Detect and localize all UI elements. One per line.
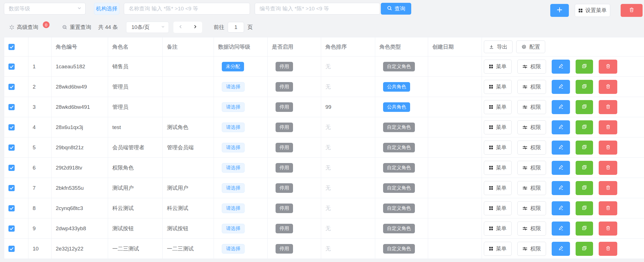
enabled-status-button[interactable]: 停用 xyxy=(276,82,293,92)
data-access-level-button[interactable]: 请选择 xyxy=(222,82,245,92)
role-type-button[interactable]: 公共角色 xyxy=(383,102,410,112)
data-access-level-button[interactable]: 请选择 xyxy=(222,163,245,173)
enabled-status-button[interactable]: 停用 xyxy=(276,224,293,233)
permission-button[interactable]: 权限 xyxy=(517,80,546,94)
data-access-level-button[interactable]: 请选择 xyxy=(222,183,245,193)
delete-row-button[interactable] xyxy=(599,181,617,195)
name-search-input[interactable] xyxy=(124,3,250,15)
edit-button[interactable] xyxy=(552,141,570,155)
copy-button[interactable] xyxy=(576,242,593,256)
data-access-level-button[interactable]: 请选择 xyxy=(222,224,245,233)
query-button[interactable]: 查询 xyxy=(381,3,411,15)
permission-button[interactable]: 权限 xyxy=(517,242,546,256)
enabled-status-button[interactable]: 停用 xyxy=(276,183,293,193)
enabled-status-button[interactable]: 停用 xyxy=(276,62,293,71)
copy-button[interactable] xyxy=(576,222,593,236)
edit-button[interactable] xyxy=(552,222,570,236)
delete-row-button[interactable] xyxy=(599,80,617,94)
permission-button[interactable]: 权限 xyxy=(517,60,546,74)
row-checkbox[interactable] xyxy=(8,165,15,171)
delete-row-button[interactable] xyxy=(599,100,617,114)
menu-button[interactable]: 菜单 xyxy=(484,60,512,74)
delete-row-button[interactable] xyxy=(599,60,617,74)
data-access-level-button[interactable]: 未分配 xyxy=(222,62,244,71)
edit-button[interactable] xyxy=(552,120,570,134)
permission-button[interactable]: 权限 xyxy=(517,141,546,155)
config-button[interactable]: 配置 xyxy=(516,40,545,53)
copy-button[interactable] xyxy=(576,80,593,94)
menu-button[interactable]: 菜单 xyxy=(484,242,512,256)
enabled-status-button[interactable]: 停用 xyxy=(276,102,293,112)
copy-button[interactable] xyxy=(576,120,593,134)
row-checkbox[interactable] xyxy=(8,205,15,211)
delete-row-button[interactable] xyxy=(599,161,617,175)
edit-button[interactable] xyxy=(552,60,570,74)
select-all-checkbox[interactable] xyxy=(8,44,15,50)
prev-page-button[interactable] xyxy=(173,24,188,30)
row-checkbox[interactable] xyxy=(8,84,15,90)
menu-button[interactable]: 菜单 xyxy=(484,181,512,195)
copy-button[interactable] xyxy=(576,141,593,155)
menu-button[interactable]: 菜单 xyxy=(484,141,512,155)
role-type-button[interactable]: 自定义角色 xyxy=(383,163,415,173)
role-type-button[interactable]: 自定义角色 xyxy=(383,123,415,132)
menu-button[interactable]: 菜单 xyxy=(484,120,512,134)
role-type-button[interactable]: 自定义角色 xyxy=(383,183,415,193)
reset-query-button[interactable]: 重置查询 xyxy=(62,21,91,33)
data-access-level-button[interactable]: 请选择 xyxy=(222,244,245,254)
menu-button[interactable]: 菜单 xyxy=(484,80,512,94)
permission-button[interactable]: 权限 xyxy=(517,100,546,114)
page-size-select[interactable]: 10条/页 xyxy=(126,22,169,33)
set-menu-button[interactable]: 设置菜单 xyxy=(575,4,610,17)
delete-row-button[interactable] xyxy=(599,141,617,155)
enabled-status-button[interactable]: 停用 xyxy=(276,204,293,213)
copy-button[interactable] xyxy=(576,100,593,114)
add-button[interactable] xyxy=(550,4,569,17)
org-select-button[interactable]: 机构选择 xyxy=(94,3,119,15)
permission-button[interactable]: 权限 xyxy=(517,181,546,195)
permission-button[interactable]: 权限 xyxy=(517,120,546,134)
data-level-select[interactable]: 数据等级 xyxy=(4,3,86,15)
enabled-status-button[interactable]: 停用 xyxy=(276,123,293,132)
delete-row-button[interactable] xyxy=(599,242,617,256)
row-checkbox[interactable] xyxy=(8,225,15,232)
data-access-level-button[interactable]: 请选择 xyxy=(222,123,245,132)
row-checkbox[interactable] xyxy=(8,185,15,191)
role-type-button[interactable]: 自定义角色 xyxy=(383,244,415,254)
edit-button[interactable] xyxy=(552,242,570,256)
menu-button[interactable]: 菜单 xyxy=(484,201,512,215)
edit-button[interactable] xyxy=(552,80,570,94)
data-access-level-button[interactable]: 请选择 xyxy=(222,143,245,152)
permission-button[interactable]: 权限 xyxy=(517,161,546,175)
role-type-button[interactable]: 自定义角色 xyxy=(383,62,415,71)
role-type-button[interactable]: 自定义角色 xyxy=(383,224,415,233)
role-type-button[interactable]: 公共角色 xyxy=(383,82,410,92)
row-checkbox[interactable] xyxy=(8,64,15,70)
delete-row-button[interactable] xyxy=(599,201,617,215)
copy-button[interactable] xyxy=(576,161,593,175)
enabled-status-button[interactable]: 停用 xyxy=(276,163,293,173)
permission-button[interactable]: 权限 xyxy=(517,201,546,215)
edit-button[interactable] xyxy=(552,100,570,114)
export-button[interactable]: 导出 xyxy=(484,40,513,53)
role-type-button[interactable]: 自定义角色 xyxy=(383,143,415,152)
edit-button[interactable] xyxy=(552,201,570,215)
menu-button[interactable]: 菜单 xyxy=(484,161,512,175)
copy-button[interactable] xyxy=(576,201,593,215)
row-checkbox[interactable] xyxy=(8,144,15,151)
advanced-query-button[interactable]: 高级查询 0 xyxy=(9,21,50,33)
delete-selected-button[interactable] xyxy=(621,4,643,17)
role-type-button[interactable]: 自定义角色 xyxy=(383,204,415,213)
data-access-level-button[interactable]: 请选择 xyxy=(222,102,245,112)
copy-button[interactable] xyxy=(576,181,593,195)
row-checkbox[interactable] xyxy=(8,124,15,130)
copy-button[interactable] xyxy=(576,60,593,74)
delete-row-button[interactable] xyxy=(599,120,617,134)
enabled-status-button[interactable]: 停用 xyxy=(276,143,293,152)
code-search-input[interactable] xyxy=(255,3,380,15)
edit-button[interactable] xyxy=(552,161,570,175)
next-page-button[interactable] xyxy=(188,24,202,30)
row-checkbox[interactable] xyxy=(8,246,15,252)
enabled-status-button[interactable]: 停用 xyxy=(276,244,293,254)
goto-page-input[interactable] xyxy=(228,22,244,33)
